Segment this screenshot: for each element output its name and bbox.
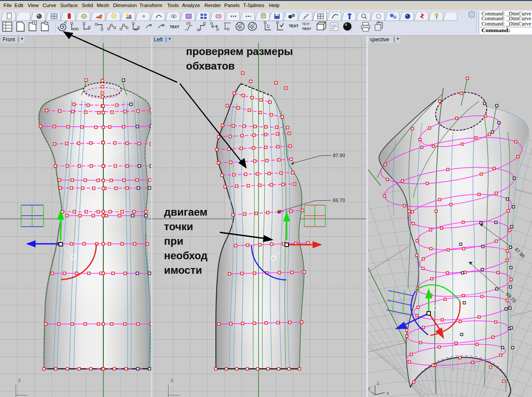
svg-text:TEXT: TEXT xyxy=(302,22,310,26)
svg-text:TEXT: TEXT xyxy=(289,24,299,28)
svg-text:x: x xyxy=(386,390,389,396)
svg-text:69.70: 69.70 xyxy=(333,198,345,203)
svg-text:TEXT: TEXT xyxy=(302,27,311,31)
svg-text:R: R xyxy=(149,23,152,27)
svg-text:z: z xyxy=(171,377,174,383)
svg-text:z: z xyxy=(18,377,21,383)
svg-text:87.90: 87.90 xyxy=(333,153,345,158)
svg-text:TEXT: TEXT xyxy=(170,25,180,29)
svg-text:z: z xyxy=(377,380,379,386)
svg-text:[2]: [2] xyxy=(186,21,190,25)
svg-text:Ø: Ø xyxy=(162,23,164,27)
svg-text:45°: 45° xyxy=(134,28,139,31)
svg-text:y: y xyxy=(368,386,371,391)
